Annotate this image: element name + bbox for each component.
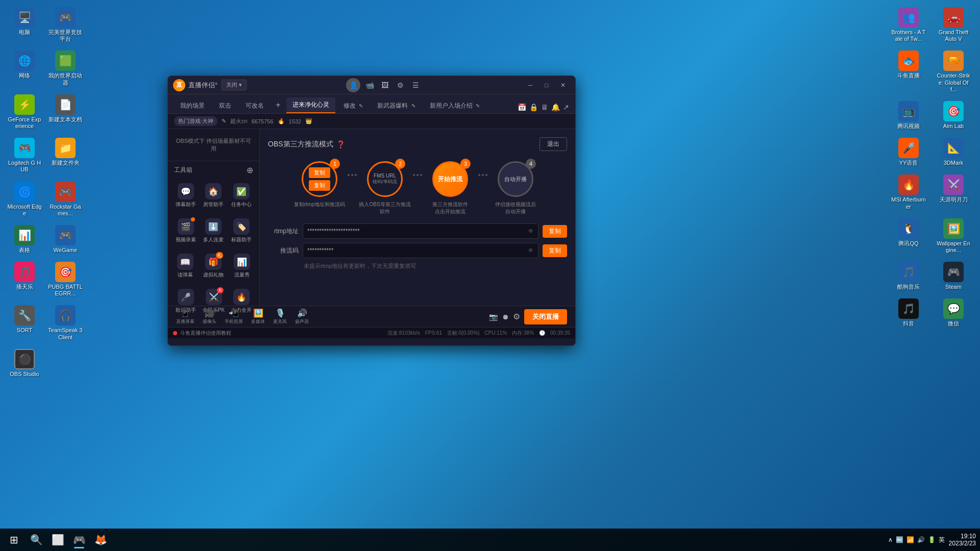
desktop-icon-power[interactable]: 🖥️ 电脑 xyxy=(5,5,44,44)
desktop-icon-msi[interactable]: 🔥 MSI Afterburner xyxy=(889,172,928,212)
bottom-virtual-cam[interactable]: 📷 xyxy=(489,313,498,321)
bottom-settings[interactable]: ⚙ xyxy=(513,312,520,321)
tool-label-help[interactable]: 🏷️ 标题助手 xyxy=(229,216,254,245)
tool-room[interactable]: 🏠 房管助手 xyxy=(201,181,226,210)
desktop-icon-qq[interactable]: 🐧 腾讯QQ xyxy=(889,216,928,256)
close-button[interactable]: ✕ xyxy=(556,80,570,91)
toolbar-screen[interactable]: 🖥 xyxy=(541,103,548,111)
stream-key-copy-button[interactable]: 复制 xyxy=(543,244,567,257)
desktop-icon-wallpaper[interactable]: 🖼️ Wallpaper Engine... xyxy=(934,216,973,256)
desktop-icon-network[interactable]: 🌐 网络 xyxy=(5,48,44,88)
stream-key-eye-icon[interactable]: 👁 xyxy=(528,247,534,254)
bottom-speaker[interactable]: 🔊 扬声器 xyxy=(295,308,309,325)
desktop-icon-douyin[interactable]: 🎵 抖音 xyxy=(889,296,928,329)
rtmp-eye-icon[interactable]: 👁 xyxy=(528,228,534,235)
picture-icon[interactable]: 🖼 xyxy=(379,79,391,91)
filter-icon[interactable]: ⚙ xyxy=(394,79,406,91)
desktop-icon-gta[interactable]: 🚗 Grand Theft Auto V xyxy=(934,5,973,44)
bottom-camera[interactable]: 🎥 摄像头 xyxy=(203,308,216,325)
desktop-icon-logitech[interactable]: 🎮 Logitech G HUB xyxy=(5,136,44,175)
desktop-icon-sotu[interactable]: 🎵 搔天乐 xyxy=(5,260,44,299)
avatar[interactable]: 👤 xyxy=(346,78,360,92)
desktop-icon-wechat[interactable]: 💬 微信 xyxy=(934,296,973,329)
tool-read-screen[interactable]: 📖 读弹幕 xyxy=(175,252,195,281)
desktop-icon-douyu[interactable]: 🐟 斗鱼直播 xyxy=(889,48,928,95)
tray-battery-icon[interactable]: 🔋 xyxy=(928,536,936,543)
tab-guide[interactable]: 新用户入场介绍 ✎ xyxy=(424,98,486,113)
desktop-icon-myworld[interactable]: 🟩 我的世界启动器 xyxy=(46,48,85,88)
tool-video-rec[interactable]: 🎬 视频录素 xyxy=(174,216,198,245)
desktop-icon-steam[interactable]: 🎮 Steam xyxy=(934,260,973,292)
tool-flow[interactable]: 📊 流量秀 xyxy=(232,252,252,281)
tray-sound-icon[interactable]: 🔊 xyxy=(917,536,925,543)
game-chip[interactable]: 热门游戏·大神 xyxy=(174,116,217,126)
maximize-button[interactable]: □ xyxy=(540,80,554,91)
tray-keyboard[interactable]: 🔤 xyxy=(896,536,903,543)
tab-intro[interactable]: 进来净化心灵 xyxy=(286,97,335,113)
bottom-media[interactable]: 🖼️ 多媒体 xyxy=(251,308,265,325)
desktop-icon-newtext[interactable]: 📄 新建文本文档 xyxy=(46,92,85,132)
tray-chevron[interactable]: ∧ xyxy=(888,536,893,543)
tab-weapon[interactable]: 新武器爆料 ✎ xyxy=(371,98,421,113)
desktop-icon-brothers[interactable]: 👥 Brothers - A Tale of Tw... xyxy=(889,5,928,44)
desktop-icon-yy[interactable]: 🎤 YY语音 xyxy=(889,136,928,168)
start-button[interactable]: ⊞ xyxy=(4,530,23,549)
desktop-icon-geforce[interactable]: ⚡ GeForce Experience xyxy=(5,92,44,132)
toolbar-bell[interactable]: 🔔 xyxy=(551,103,560,111)
taskbar-taskview[interactable]: ⬜ xyxy=(48,530,67,549)
desktop-icon-excel[interactable]: 📊 表格 xyxy=(5,223,44,256)
obs-help-icon[interactable]: ❓ xyxy=(336,140,345,148)
desktop-icon-rockstar[interactable]: 🎮 Rockstar Games... xyxy=(46,180,85,219)
desktop-icon-tencent-video[interactable]: 📺 腾讯视频 xyxy=(889,99,928,132)
taskbar-time[interactable]: 19:10 2023/2/23 xyxy=(949,533,976,547)
toolbar-lock[interactable]: 🔒 xyxy=(529,103,538,111)
tab-custom[interactable]: 可改名 xyxy=(239,98,270,113)
desktop-icon-wanzhei[interactable]: 🎮 完美世界竞技平台 xyxy=(46,5,85,44)
tool-virtual-gift[interactable]: 🎁 礼 虚拟礼物 xyxy=(201,252,226,281)
stop-live-button[interactable]: 关闭直播 xyxy=(524,309,567,324)
step-1-copy-btn-1[interactable]: 复制 xyxy=(309,167,330,178)
step-3-start-btn[interactable]: 开始推流 xyxy=(438,175,462,184)
minimize-button[interactable]: ─ xyxy=(523,80,537,91)
taskbar-app-douyu[interactable]: 🎮 xyxy=(69,530,89,549)
tool-task[interactable]: ✅ 任务中心 xyxy=(229,181,254,210)
tab-edit-icon-weapon[interactable]: ✎ xyxy=(411,103,415,109)
toolbar-calendar[interactable]: 📅 xyxy=(518,103,526,111)
toolbar-share[interactable]: ↗ xyxy=(563,103,569,111)
tutorial-link[interactable]: 斗鱼直播伴侣使用教程 xyxy=(180,330,231,337)
desktop-icon-edge[interactable]: 🌀 Microsoft Edge xyxy=(5,180,44,219)
step-1-copy-btn-2[interactable]: 复制 xyxy=(309,180,330,191)
tool-multi-live[interactable]: ⬇️ 多人连麦 xyxy=(201,216,226,245)
rtmp-copy-button[interactable]: 复制 xyxy=(543,225,567,238)
tab-my-scenes[interactable]: 我的场景 xyxy=(174,98,211,113)
desktop-icon-newfolder[interactable]: 📁 新建文件夹 xyxy=(46,136,85,175)
bottom-record[interactable]: ⏺ xyxy=(502,313,509,321)
bottom-live-screen[interactable]: 📱 直播屏幕 xyxy=(176,308,194,325)
menu-icon[interactable]: ☰ xyxy=(409,79,422,91)
desktop-icon-sort[interactable]: 🔧 SORT xyxy=(5,303,44,342)
obs-exit-button[interactable]: 退出 xyxy=(540,137,567,151)
desktop-icon-tianjin[interactable]: ⚔️ 天涯明月刀 xyxy=(934,172,973,212)
tab-edit-icon-guide[interactable]: ✎ xyxy=(476,103,480,109)
tab-add-button[interactable]: + xyxy=(272,99,284,111)
tools-add-button[interactable]: ⊕ xyxy=(247,165,253,175)
taskbar-app-browser[interactable]: 🦊 xyxy=(91,530,110,549)
tab-repair[interactable]: 修改 ✎ xyxy=(337,98,369,113)
desktop-icon-teamspeak[interactable]: 🎧 TeamSpeak 3 Client xyxy=(46,303,85,342)
tray-network-icon[interactable]: 📶 xyxy=(906,536,914,543)
desktop-icon-csgo[interactable]: 🔫 Counter-Strike: Global Off... xyxy=(934,48,973,95)
desktop-icon-3dmark[interactable]: 📐 3DMark xyxy=(934,136,973,168)
edit-game-icon[interactable]: ✎ xyxy=(222,118,226,124)
bottom-mic[interactable]: 🎙️ 麦克风 xyxy=(273,308,287,325)
tab-edit-icon-repair[interactable]: ✎ xyxy=(359,103,363,109)
bottom-phone-screen[interactable]: 📲 手机投屏 xyxy=(225,308,243,325)
tab-dual[interactable]: 双击 xyxy=(213,98,237,113)
desktop-icon-obs[interactable]: ⚫ OBS Studio xyxy=(5,347,44,380)
mode-button[interactable]: 关闭 ▾ xyxy=(222,80,247,90)
tool-bullet[interactable]: 💬 弹幕助手 xyxy=(174,181,198,210)
tray-lang[interactable]: 英 xyxy=(939,536,945,544)
desktop-icon-aimlab[interactable]: 🎯 Aim Lab xyxy=(934,99,973,132)
taskbar-search[interactable]: 🔍 xyxy=(27,530,46,549)
desktop-icon-wegame[interactable]: 🎮 WeGame xyxy=(46,223,85,256)
desktop-icon-pubg[interactable]: 🎯 PUBG BATTLEGRR... xyxy=(46,260,85,299)
